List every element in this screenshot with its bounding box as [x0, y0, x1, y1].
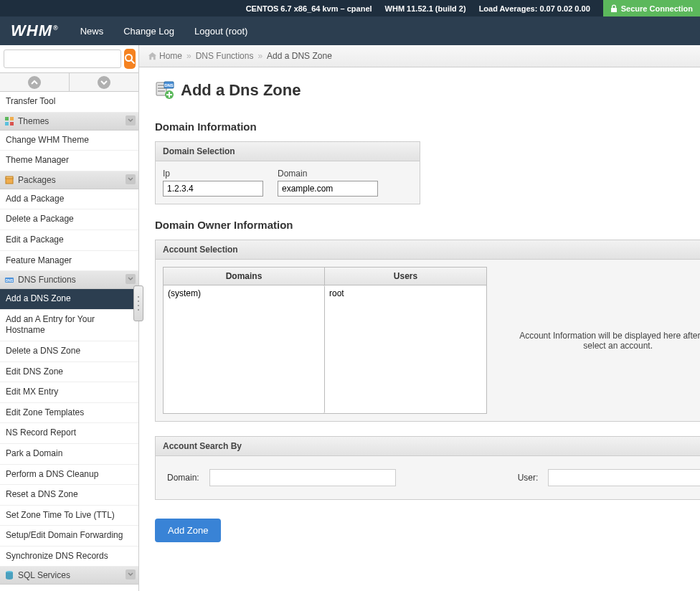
main-column: Home » DNS Functions » Add a DNS Zone DN…: [139, 45, 700, 591]
sidebar-item-delete-a-package[interactable]: Delete a Package: [0, 209, 138, 230]
list-item[interactable]: root: [326, 287, 485, 300]
sidebar-item-set-zone-time-to-live-ttl-[interactable]: Set Zone Time To Live (TTL): [0, 506, 138, 526]
sidebar-item-edit-mx-entry[interactable]: Edit MX Entry: [0, 382, 138, 403]
svg-text:DNS: DNS: [6, 278, 14, 283]
svg-rect-2: [5, 117, 9, 120]
chevron-up-icon: [31, 79, 38, 86]
sidebar-item-park-a-domain[interactable]: Park a Domain: [0, 444, 138, 465]
search-button[interactable]: [124, 49, 136, 69]
sidebar-item-delete-a-dns-zone[interactable]: Delete a DNS Zone: [0, 341, 138, 362]
main-header: WHM® News Change Log Logout (root): [0, 16, 700, 45]
users-column-header: Users: [325, 268, 486, 285]
sidebar: Transfer ToolThemesChange WHM ThemeTheme…: [0, 45, 139, 591]
search-icon: [124, 53, 136, 65]
sidebar-group-label: Packages: [18, 175, 56, 185]
collapse-all-button[interactable]: [0, 73, 70, 91]
whm-version: WHM 11.52.1 (build 2): [385, 4, 466, 13]
owner-info-heading: Domain Owner Information: [155, 219, 700, 231]
account-search-panel: Account Search By Domain: User:: [155, 436, 700, 500]
page-title: Add a Dns Zone: [181, 81, 301, 100]
sidebar-item-add-a-package[interactable]: Add a Package: [0, 189, 138, 210]
sidebar-item-add-an-a-entry-for-your-hostname[interactable]: Add an A Entry for Your Hostname: [0, 310, 138, 341]
dns-zone-icon: DNS: [155, 80, 175, 100]
svg-rect-24: [158, 90, 165, 92]
sidebar-group-dns-functions[interactable]: DNSDNS Functions: [0, 271, 138, 289]
sql-icon: [4, 570, 14, 580]
collapse-controls: [0, 73, 138, 92]
sidebar-item-edit-zone-templates[interactable]: Edit Zone Templates: [0, 403, 138, 424]
search-user-input[interactable]: [548, 469, 700, 486]
sidebar-search: [0, 45, 138, 73]
chevron-down-icon: [100, 79, 108, 86]
domain-label: Domain: [278, 169, 378, 179]
nav-news[interactable]: News: [80, 26, 104, 37]
sidebar-item-perform-a-dns-cleanup[interactable]: Perform a DNS Cleanup: [0, 465, 138, 486]
sidebar-item-setup-edit-domain-forwarding[interactable]: Setup/Edit Domain Forwarding: [0, 526, 138, 547]
breadcrumb-section[interactable]: DNS Functions: [196, 51, 254, 61]
ip-label: Ip: [163, 169, 263, 179]
sidebar-group-sql-services[interactable]: SQL Services: [0, 567, 138, 585]
home-icon: [148, 52, 157, 61]
svg-rect-4: [5, 122, 9, 126]
chevron-down-icon: [128, 572, 133, 577]
search-user-label: User:: [518, 473, 539, 483]
domain-selection-panel: Domain Selection Ip Domain: [155, 141, 420, 204]
load-averages: Load Averages: 0.07 0.02 0.00: [479, 4, 590, 13]
chevron-down-icon: [128, 118, 133, 123]
lock-icon: [610, 4, 618, 13]
sidebar-group-label: DNS Functions: [18, 275, 76, 285]
sidebar-group-label: SQL Services: [18, 570, 70, 580]
search-input[interactable]: [4, 49, 121, 68]
sidebar-item-reset-a-dns-zone[interactable]: Reset a DNS Zone: [0, 485, 138, 506]
svg-rect-23: [158, 88, 165, 89]
content-area: DNS Add a Dns Zone Domain Information Do…: [139, 67, 700, 591]
nav-change-log[interactable]: Change Log: [123, 26, 174, 37]
svg-rect-5: [10, 122, 14, 126]
ip-input[interactable]: [163, 181, 263, 197]
status-bar: CENTOS 6.7 x86_64 kvm – cpanel WHM 11.52…: [0, 0, 700, 16]
dns-icon: DNS: [4, 275, 14, 285]
breadcrumb-current: Add a DNS Zone: [267, 51, 332, 61]
domains-listbox[interactable]: (system): [164, 285, 325, 413]
sidebar-item-change-whm-theme[interactable]: Change WHM Theme: [0, 131, 138, 151]
add-zone-button[interactable]: Add Zone: [155, 519, 221, 542]
domains-column-header: Domains: [164, 268, 325, 285]
sidebar-item-feature-manager[interactable]: Feature Manager: [0, 251, 138, 272]
whm-logo[interactable]: WHM®: [11, 22, 59, 40]
account-selection-heading: Account Selection: [156, 240, 700, 260]
domain-input[interactable]: [278, 181, 378, 197]
sidebar-group-label: Themes: [18, 116, 49, 126]
sidebar-group-themes[interactable]: Themes: [0, 113, 138, 131]
sidebar-item-ns-record-report[interactable]: NS Record Report: [0, 423, 138, 444]
sidebar-item-theme-manager[interactable]: Theme Manager: [0, 151, 138, 171]
breadcrumb: Home » DNS Functions » Add a DNS Zone: [139, 45, 700, 67]
chevron-down-icon: [128, 176, 133, 182]
svg-rect-7: [6, 176, 13, 179]
account-selection-panel: Account Selection Domains Users: [155, 240, 700, 422]
themes-icon: [4, 116, 14, 126]
list-item[interactable]: (system): [165, 287, 323, 300]
chevron-down-icon: [128, 276, 133, 282]
account-info-placeholder: Account Information will be displayed he…: [497, 267, 700, 414]
packages-icon: [4, 175, 14, 185]
svg-text:DNS: DNS: [164, 83, 174, 88]
domain-info-heading: Domain Information: [155, 120, 700, 133]
nav-logout[interactable]: Logout (root): [194, 26, 247, 37]
sidebar-item-transfer-tool[interactable]: Transfer Tool: [0, 92, 138, 113]
sidebar-item-edit-dns-zone[interactable]: Edit DNS Zone: [0, 362, 138, 383]
sidebar-item-synchronize-dns-records[interactable]: Synchronize DNS Records: [0, 547, 138, 567]
svg-line-1: [131, 60, 134, 63]
secure-connection-badge: Secure Connection: [603, 0, 700, 16]
breadcrumb-home[interactable]: Home: [159, 51, 182, 61]
domain-selection-heading: Domain Selection: [156, 142, 420, 161]
sidebar-item-edit-a-package[interactable]: Edit a Package: [0, 230, 138, 251]
users-listbox[interactable]: root: [325, 285, 486, 413]
search-domain-input[interactable]: [209, 469, 396, 486]
sidebar-group-packages[interactable]: Packages: [0, 171, 138, 189]
sidebar-item-additional-mysql-access-hosts[interactable]: Additional MySQL Access Hosts: [0, 585, 138, 590]
sidebar-item-add-a-dns-zone[interactable]: Add a DNS Zone: [0, 289, 138, 310]
os-info: CENTOS 6.7 x86_64 kvm – cpanel: [246, 4, 372, 13]
expand-all-button[interactable]: [70, 73, 138, 91]
account-search-heading: Account Search By: [156, 437, 700, 456]
search-domain-label: Domain:: [167, 473, 199, 483]
